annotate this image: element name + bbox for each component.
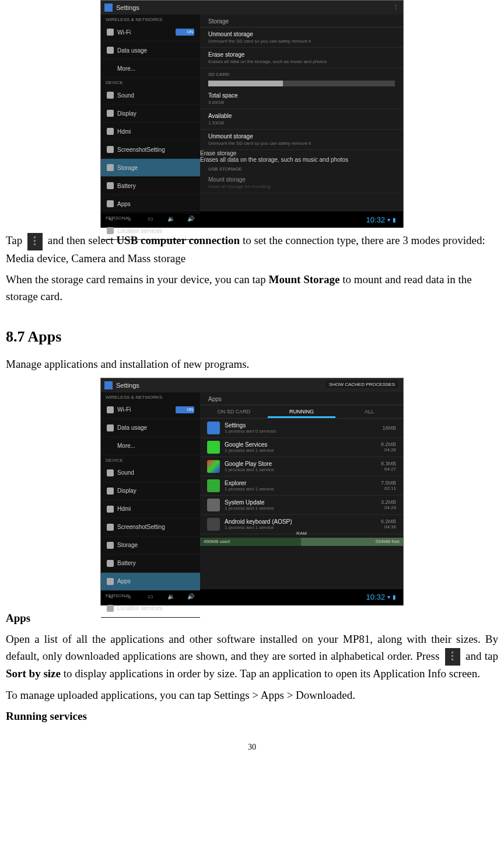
recent-icon[interactable]: ▭ <box>148 215 156 224</box>
storage-cat-sdcard: SD CARD <box>200 68 403 78</box>
sidebar-item-display[interactable]: Display <box>101 482 200 500</box>
storage-item-total[interactable]: Total space3.69GB <box>200 89 403 109</box>
sidebar-item-hdmi[interactable]: Hdmi <box>101 123 200 141</box>
sidebar-item-location[interactable]: Location services <box>101 600 200 618</box>
app-icon-explorer <box>207 479 220 492</box>
paragraph-manage: Manage applications and installation of … <box>6 356 498 373</box>
app-row[interactable]: Explorer1 process and 1 service7.5MB02:1… <box>200 476 403 496</box>
sidebar-item-wifi[interactable]: Wi-FiON <box>101 401 200 419</box>
sidebar-item-more[interactable]: More... <box>101 60 200 78</box>
apps-tabs: ON SD CARD RUNNING ALL <box>200 405 403 419</box>
location-icon <box>107 605 114 612</box>
location-icon <box>107 227 114 234</box>
app-row[interactable]: System Update1 process and 1 service3.2M… <box>200 496 403 515</box>
storage-item-mount[interactable]: Mount storageInsert an storage for mount… <box>200 173 403 193</box>
sidebar-item-apps[interactable]: Apps <box>101 195 200 213</box>
app-icon-play-store <box>207 460 220 473</box>
hdmi-icon <box>107 128 114 135</box>
paragraph-downloaded: To manage uploaded applications, you can… <box>6 687 498 704</box>
storage-item-unmount2[interactable]: Unmount storageUnmount the SD card so yo… <box>200 130 403 150</box>
display-icon <box>107 110 114 117</box>
sidebar-item-data[interactable]: Data usage <box>101 41 200 60</box>
back-icon[interactable]: ◅ <box>108 215 116 224</box>
sidebar-item-screenshot[interactable]: ScreenshotSetting <box>101 518 200 537</box>
settings-sidebar: WIRELESS & NETWORKS Wi-FiON Data usage M… <box>101 15 200 211</box>
app-icon-keyboard <box>207 518 220 531</box>
paragraph-mount: When the storage card remains in your de… <box>6 271 498 305</box>
battery-icon <box>107 182 114 189</box>
vol-up-icon[interactable]: 🔊 <box>187 215 195 224</box>
page-number: 30 <box>6 743 498 752</box>
sidebar-item-sound[interactable]: Sound <box>101 86 200 105</box>
heading-apps-section: 8.7 Apps <box>6 328 498 346</box>
sidebar-group-device: DEVICE <box>101 78 200 86</box>
sidebar-item-screenshot[interactable]: ScreenshotSetting <box>101 141 200 159</box>
clock-label: 10:32 <box>366 593 385 601</box>
tab-on-sd-card[interactable]: ON SD CARD <box>200 405 268 418</box>
storage-icon <box>107 164 114 171</box>
home-icon[interactable]: ⌂ <box>128 215 136 224</box>
app-icon-system-update <box>207 499 220 511</box>
ram-usage-bar: RAM 490MB used534MB free <box>200 538 403 546</box>
app-row[interactable]: Settings1 process and 0 services16MB <box>200 419 403 438</box>
wifi-toggle[interactable]: ON <box>176 29 194 36</box>
display-icon <box>107 488 114 495</box>
apps-panel: Apps ON SD CARD RUNNING ALL Settings1 pr… <box>200 392 403 589</box>
panel-heading: Apps <box>200 392 403 405</box>
app-row[interactable]: Google Services1 process and 1 service8.… <box>200 438 403 457</box>
screenshot-storage: Settings ⋮ WIRELESS & NETWORKS Wi-FiON D… <box>100 0 404 228</box>
panel-heading: Storage <box>200 15 403 27</box>
home-icon[interactable]: ⌂ <box>128 593 136 601</box>
storage-item-unmount[interactable]: Unmount storageUnmount the SD card so yo… <box>200 27 403 48</box>
sidebar-item-more[interactable]: More... <box>101 437 200 455</box>
battery-status-icon: ▮ <box>393 217 396 223</box>
sidebar-item-location[interactable]: Location services <box>101 222 200 240</box>
app-icon-settings <box>207 422 220 434</box>
paragraph-apps-list: Open a list of all the applications and … <box>6 631 498 683</box>
wifi-toggle[interactable]: ON <box>176 406 194 413</box>
settings-app-icon <box>104 4 113 12</box>
sidebar-item-sound[interactable]: Sound <box>101 464 200 482</box>
overflow-menu-icon[interactable]: ⋮ <box>391 4 400 12</box>
sound-icon <box>107 92 114 99</box>
sidebar-item-battery[interactable]: Battery <box>101 555 200 573</box>
hdmi-icon <box>107 506 114 513</box>
app-title: Settings <box>116 4 139 11</box>
vol-up-icon[interactable]: 🔊 <box>187 593 195 601</box>
sidebar-group-wireless: WIRELESS & NETWORKS <box>101 15 200 23</box>
storage-item-erase[interactable]: Erase storageErases all data on the stor… <box>200 48 403 68</box>
tab-running[interactable]: RUNNING <box>268 405 335 418</box>
app-row[interactable]: Google Play Store1 process and 1 service… <box>200 457 403 476</box>
app-title: Settings <box>116 382 139 389</box>
paragraph-usb: Tap and then select USB computer connect… <box>6 232 498 267</box>
settings-sidebar: WIRELESS & NETWORKS Wi-FiON Data usage M… <box>101 392 200 589</box>
tab-all[interactable]: ALL <box>335 405 403 418</box>
recent-icon[interactable]: ▭ <box>148 593 156 601</box>
menu-icon <box>27 233 43 250</box>
show-cached-label[interactable]: SHOW CACHED PROCESSES <box>326 381 398 388</box>
battery-status-icon: ▮ <box>393 594 396 600</box>
vol-down-icon[interactable]: 🔉 <box>167 215 176 224</box>
data-icon <box>107 47 114 54</box>
storage-icon <box>107 542 114 549</box>
storage-usage-bar <box>208 81 395 86</box>
sidebar-item-apps[interactable]: Apps <box>101 573 200 591</box>
sidebar-item-storage[interactable]: Storage <box>101 537 200 555</box>
sidebar-item-data[interactable]: Data usage <box>101 419 200 437</box>
subheading-apps: Apps <box>6 612 30 624</box>
screenshot-apps: Settings SHOW CACHED PROCESSES WIRELESS … <box>100 378 404 605</box>
storage-item-erase2[interactable]: Erase storageErases all data on the stor… <box>200 150 403 163</box>
sidebar-item-hdmi[interactable]: Hdmi <box>101 500 200 518</box>
apps-icon <box>107 200 114 207</box>
menu-icon <box>445 648 460 666</box>
storage-item-available[interactable]: Available1.53GB <box>200 109 403 130</box>
storage-panel: Storage Unmount storageUnmount the SD ca… <box>200 15 403 211</box>
sidebar-item-display[interactable]: Display <box>101 105 200 123</box>
vol-down-icon[interactable]: 🔉 <box>167 593 176 601</box>
sidebar-item-storage[interactable]: Storage <box>101 159 200 177</box>
sidebar-item-battery[interactable]: Battery <box>101 177 200 195</box>
sidebar-item-wifi[interactable]: Wi-FiON <box>101 23 200 41</box>
back-icon[interactable]: ◅ <box>108 593 116 601</box>
screenshot-icon <box>107 524 114 531</box>
data-icon <box>107 424 114 431</box>
